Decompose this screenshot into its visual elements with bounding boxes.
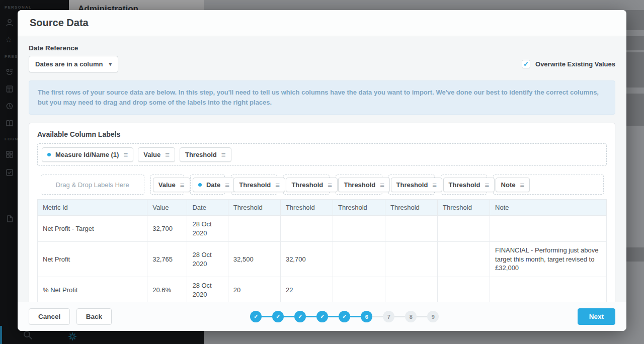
label-chip-value[interactable]: Value≡ [153, 178, 190, 192]
stepper-connector [372, 316, 383, 317]
stepper-connector [328, 316, 339, 317]
stepper-step-8: 8 [405, 311, 417, 322]
column-header: Metric Id [38, 200, 147, 216]
drag-handle-icon[interactable]: ≡ [123, 151, 128, 158]
drag-handle-icon[interactable]: ≡ [380, 181, 384, 189]
source-data-table: Drag & Drop Labels Here Value≡ Date≡ Thr… [37, 172, 607, 302]
check-icon: ✓ [298, 313, 302, 320]
date-reference-value: Dates are in a column [35, 60, 103, 68]
column-header: Date [187, 200, 228, 216]
drop-zone[interactable]: Date≡ [190, 175, 225, 195]
drop-zone[interactable]: Value≡ [150, 175, 184, 195]
drop-zone[interactable]: Threshold≡ [231, 175, 277, 195]
label-chip-value[interactable]: Value ≡ [138, 147, 175, 162]
drag-handle-icon[interactable]: ≡ [165, 151, 170, 158]
table-row: Net Profit - Target 32,700 28 Oct 2020 [38, 216, 607, 242]
stepper-connector [394, 316, 405, 317]
stepper-step-7: 7 [383, 311, 394, 322]
column-header: Value [147, 200, 187, 216]
stepper-connector [284, 316, 294, 317]
stepper-step-9: 9 [427, 311, 439, 322]
stepper-connector [306, 316, 316, 317]
drag-handle-icon[interactable]: ≡ [485, 181, 489, 189]
drop-zone[interactable]: Note≡ [493, 175, 604, 195]
overwrite-checkbox[interactable]: ✓ [522, 60, 530, 68]
stepper-step-4: ✓ [316, 311, 328, 322]
label-chip-measure-id[interactable]: Measure Id/Name (1) ≡ [42, 147, 133, 162]
date-reference-label: Date Reference [29, 44, 615, 52]
drag-handle-icon[interactable]: ≡ [432, 181, 437, 189]
stepper-step-5: ✓ [339, 311, 350, 322]
check-icon: ✓ [254, 313, 258, 320]
cancel-button[interactable]: Cancel [29, 308, 70, 325]
stepper-step-1: ✓ [250, 311, 262, 322]
next-button[interactable]: Next [578, 308, 615, 325]
overwrite-label: Overwrite Existing Values [535, 60, 615, 68]
assigned-dot-icon [47, 153, 51, 156]
modal-footer: Cancel Back ✓ ✓ ✓ ✓ ✓ 6 7 8 9 [18, 302, 626, 331]
drag-handle-icon[interactable]: ≡ [520, 181, 524, 189]
check-icon: ✓ [342, 313, 347, 320]
drop-zone-empty[interactable]: Drag & Drop Labels Here [41, 175, 144, 195]
wizard-stepper: ✓ ✓ ✓ ✓ ✓ 6 7 8 9 [112, 311, 578, 322]
drop-zone[interactable]: Threshold≡ [441, 175, 487, 195]
checkmark-icon: ✓ [523, 61, 529, 67]
screen: PERSONAL ☆ PRESE FOUN [0, 0, 644, 344]
label-chip-threshold[interactable]: Threshold ≡ [180, 147, 231, 162]
label-chip-threshold[interactable]: Threshold≡ [338, 178, 390, 192]
drop-zone[interactable]: Threshold≡ [388, 175, 435, 195]
table-header-row: Metric Id Value Date Threshold Threshold… [38, 200, 607, 216]
drag-handle-icon[interactable]: ≡ [221, 151, 226, 158]
stepper-connector [417, 316, 427, 317]
drag-handle-icon[interactable]: ≡ [180, 181, 185, 189]
stepper-step-3: ✓ [294, 311, 306, 322]
drop-zone[interactable]: Threshold≡ [336, 175, 382, 195]
label-chip-threshold[interactable]: Threshold≡ [391, 178, 443, 192]
back-button[interactable]: Back [76, 308, 112, 325]
column-header: Threshold [438, 200, 490, 216]
stepper-step-2: ✓ [272, 311, 284, 322]
label-chip-threshold[interactable]: Threshold≡ [233, 178, 285, 192]
stepper-step-6: 6 [361, 311, 372, 322]
drag-handle-icon[interactable]: ≡ [225, 181, 229, 189]
column-mapping-card: Available Column Labels Measure Id/Name … [29, 123, 615, 302]
source-data-modal: Source Data Date Reference Dates are in … [18, 10, 626, 331]
drag-handle-icon[interactable]: ≡ [328, 181, 332, 189]
table-row: Net Profit 32,765 28 Oct 2020 32,500 32,… [38, 242, 607, 277]
stepper-connector [350, 316, 361, 317]
drop-zone-row: Drag & Drop Labels Here Value≡ Date≡ Thr… [38, 172, 607, 200]
column-header: Threshold [385, 200, 438, 216]
assigned-dot-icon [198, 183, 202, 187]
drop-zone[interactable]: Threshold≡ [283, 175, 330, 195]
column-header: Threshold [333, 200, 385, 216]
table-row: % Net Profit 20.6% 28 Oct 2020 20 22 [38, 277, 607, 302]
label-chip-threshold[interactable]: Threshold≡ [286, 178, 338, 192]
label-chip-note[interactable]: Note≡ [496, 178, 530, 192]
drag-handle-icon[interactable]: ≡ [275, 181, 280, 189]
import-instructions: The first rows of your source data are b… [29, 80, 615, 115]
modal-header: Source Data [18, 10, 626, 36]
chevron-down-icon: ▾ [109, 61, 112, 67]
available-labels-heading: Available Column Labels [37, 130, 607, 138]
stepper-connector [262, 316, 272, 317]
available-labels-zone[interactable]: Measure Id/Name (1) ≡ Value ≡ Threshold … [37, 143, 607, 166]
column-header: Threshold [228, 200, 280, 216]
modal-body: Date Reference Dates are in a column ▾ ✓… [18, 36, 626, 302]
check-icon: ✓ [320, 313, 325, 320]
column-header: Threshold [280, 200, 333, 216]
modal-title: Source Data [30, 17, 614, 29]
column-header: Note [490, 200, 607, 216]
date-reference-select[interactable]: Dates are in a column ▾ [29, 56, 118, 72]
label-chip-threshold[interactable]: Threshold≡ [443, 178, 495, 192]
label-chip-date[interactable]: Date≡ [193, 178, 235, 192]
check-icon: ✓ [276, 313, 280, 320]
